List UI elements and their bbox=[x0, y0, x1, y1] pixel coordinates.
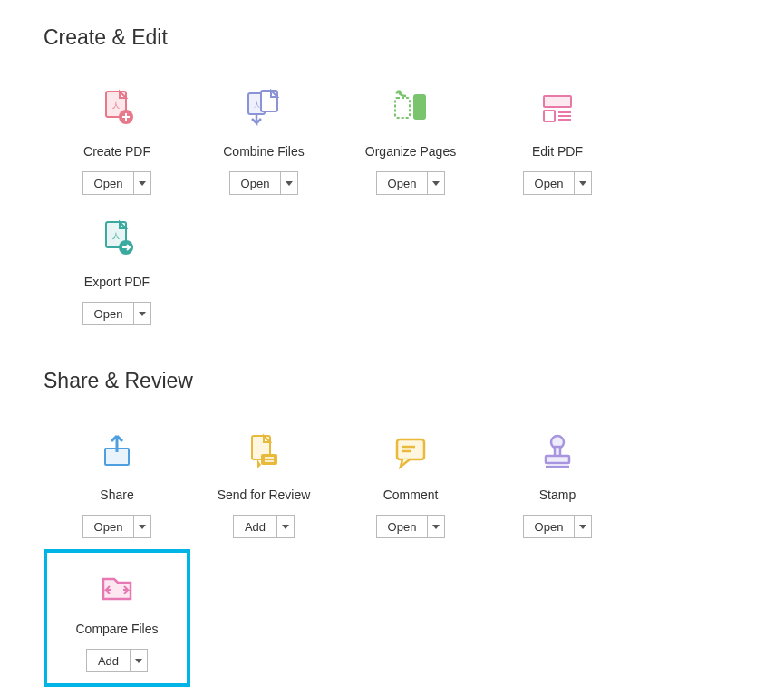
section-title: Create & Edit bbox=[44, 25, 740, 50]
tool-label: Comment bbox=[383, 487, 439, 502]
combine-files-icon: 人 bbox=[241, 82, 286, 135]
open-button[interactable]: Open bbox=[523, 171, 593, 195]
tool-label: Edit PDF bbox=[532, 144, 583, 159]
tool-compare-files[interactable]: Compare Files Add bbox=[44, 549, 190, 687]
add-button[interactable]: Add bbox=[86, 649, 148, 672]
chevron-down-icon[interactable] bbox=[131, 650, 147, 671]
chevron-down-icon[interactable] bbox=[277, 516, 294, 537]
button-main[interactable]: Open bbox=[83, 516, 135, 537]
svg-rect-21 bbox=[397, 439, 424, 459]
create-pdf-icon: 人 bbox=[94, 82, 140, 135]
tool-send-for-review[interactable]: Send for Review Add bbox=[190, 419, 337, 549]
tool-label: Combine Files bbox=[223, 144, 304, 159]
section-share-review: Share & Review Share Open Send for Revie… bbox=[44, 369, 740, 687]
svg-text:人: 人 bbox=[254, 101, 260, 109]
tool-label: Organize Pages bbox=[365, 144, 456, 159]
section-create-edit: Create & Edit 人 Create PDF Open 人 Combin… bbox=[44, 25, 740, 336]
button-main[interactable]: Open bbox=[524, 516, 576, 537]
open-button[interactable]: Open bbox=[376, 171, 446, 195]
tool-label: Create PDF bbox=[83, 144, 150, 159]
tool-label: Stamp bbox=[539, 487, 576, 502]
chevron-down-icon[interactable] bbox=[428, 172, 444, 194]
stamp-icon bbox=[535, 426, 580, 478]
chevron-down-icon[interactable] bbox=[575, 172, 591, 194]
chevron-down-icon[interactable] bbox=[428, 516, 444, 537]
open-button[interactable]: Open bbox=[229, 171, 299, 195]
svg-rect-9 bbox=[544, 111, 555, 121]
svg-rect-7 bbox=[413, 94, 426, 120]
organize-pages-icon bbox=[388, 82, 433, 135]
tool-combine-files[interactable]: 人 Combine Files Open bbox=[190, 75, 337, 206]
section-title: Share & Review bbox=[44, 369, 740, 393]
open-button[interactable]: Open bbox=[82, 302, 152, 325]
tool-create-pdf[interactable]: 人 Create PDF Open bbox=[44, 75, 190, 206]
button-main[interactable]: Open bbox=[83, 172, 135, 194]
svg-rect-6 bbox=[395, 98, 410, 118]
button-main[interactable]: Open bbox=[83, 303, 135, 324]
share-icon bbox=[94, 426, 140, 478]
send-review-icon bbox=[241, 426, 286, 478]
chevron-down-icon[interactable] bbox=[575, 516, 591, 537]
open-button[interactable]: Open bbox=[523, 515, 593, 538]
svg-rect-8 bbox=[544, 96, 571, 107]
tool-comment[interactable]: Comment Open bbox=[337, 419, 484, 549]
tool-share[interactable]: Share Open bbox=[44, 419, 190, 549]
chevron-down-icon[interactable] bbox=[134, 516, 150, 537]
open-button[interactable]: Open bbox=[376, 515, 446, 538]
tool-label: Share bbox=[100, 487, 133, 502]
button-main[interactable]: Open bbox=[377, 516, 429, 537]
open-button[interactable]: Open bbox=[82, 171, 152, 195]
add-button[interactable]: Add bbox=[233, 515, 295, 538]
tool-organize-pages[interactable]: Organize Pages Open bbox=[337, 75, 484, 206]
tool-stamp[interactable]: Stamp Open bbox=[484, 419, 631, 549]
compare-files-icon bbox=[94, 560, 140, 613]
svg-rect-26 bbox=[546, 456, 569, 463]
chevron-down-icon[interactable] bbox=[281, 172, 297, 194]
comment-icon bbox=[388, 426, 433, 478]
tools-row: Share Open Send for Review Add Comment O… bbox=[44, 419, 740, 687]
tool-edit-pdf[interactable]: Edit PDF Open bbox=[484, 75, 631, 206]
svg-rect-18 bbox=[261, 454, 277, 465]
svg-text:人: 人 bbox=[112, 101, 120, 110]
chevron-down-icon[interactable] bbox=[134, 303, 150, 324]
button-main[interactable]: Add bbox=[234, 516, 277, 537]
svg-text:人: 人 bbox=[112, 232, 120, 240]
chevron-down-icon[interactable] bbox=[134, 172, 150, 194]
tools-row: 人 Create PDF Open 人 Combine Files Open O… bbox=[44, 75, 740, 336]
tool-label: Send for Review bbox=[218, 487, 311, 502]
button-main[interactable]: Open bbox=[524, 172, 576, 194]
edit-pdf-icon bbox=[535, 82, 580, 135]
button-main[interactable]: Open bbox=[377, 172, 429, 194]
tool-label: Compare Files bbox=[75, 622, 158, 636]
export-pdf-icon: 人 bbox=[94, 213, 140, 265]
button-main[interactable]: Open bbox=[230, 172, 282, 194]
tool-export-pdf[interactable]: 人 Export PDF Open bbox=[44, 206, 190, 336]
open-button[interactable]: Open bbox=[82, 515, 152, 538]
button-main[interactable]: Add bbox=[87, 650, 131, 671]
tool-label: Export PDF bbox=[84, 275, 150, 289]
